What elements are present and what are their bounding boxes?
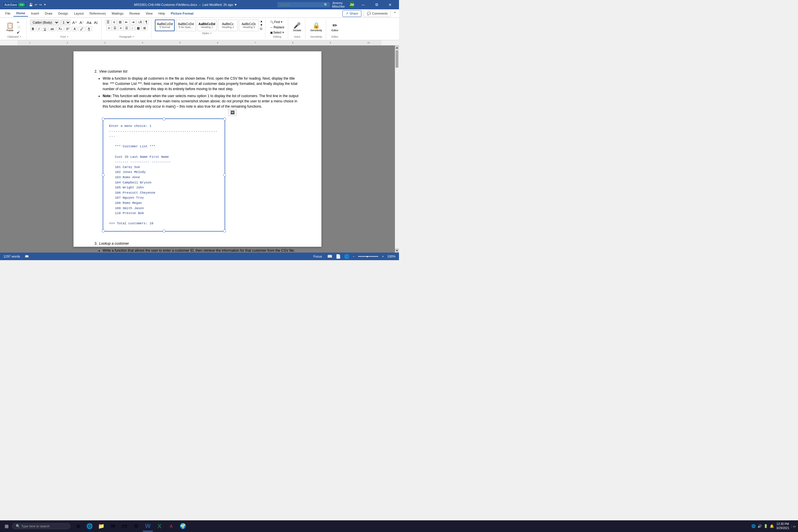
title-bar-right: 🔍 Jeremy Mitschke JM ─ ⧉ ✕ (278, 0, 397, 10)
resize-handle-mr[interactable] (223, 173, 226, 176)
ribbon-group-paragraph: ☰ ≡ ⊞ ⇤ ⇥ ↕A ¶ ≡ ☰ ≡ ☰ ↕ ▦ ⊞ P (103, 19, 151, 39)
scroll-thumb[interactable] (396, 50, 398, 68)
font-color-button[interactable]: A (72, 26, 78, 31)
cut-button[interactable]: ✂ (16, 20, 24, 24)
underline-button[interactable]: U (42, 26, 48, 31)
tab-file[interactable]: File (2, 11, 14, 16)
format-painter-button[interactable]: 🖌 (16, 30, 24, 34)
bold-button[interactable]: B (30, 26, 36, 31)
highlight-button[interactable]: 🖊 (78, 26, 85, 31)
tab-design[interactable]: Design (55, 11, 71, 16)
read-mode-icon[interactable]: 📖 (327, 254, 332, 259)
tab-draw[interactable]: Draw (42, 11, 55, 16)
justify-button[interactable]: ☰ (124, 26, 130, 31)
align-left-button[interactable]: ≡ (107, 26, 111, 31)
redo-icon[interactable]: ↪ (39, 3, 42, 7)
dictate-button[interactable]: 🎤 Dictate (292, 20, 303, 35)
decrease-indent-button[interactable]: ⇤ (124, 20, 130, 25)
subscript-button[interactable]: X₂ (57, 26, 63, 31)
zoom-slider[interactable]: ━━━━●━━━━━ (358, 254, 379, 259)
increase-indent-button[interactable]: ⇥ (130, 20, 136, 25)
restore-button[interactable]: ⧉ (370, 0, 383, 10)
tab-layout[interactable]: Layout (71, 11, 87, 16)
web-layout-icon[interactable]: 🌐 (344, 254, 349, 259)
zoom-in-button[interactable]: + (382, 254, 383, 258)
print-layout-icon[interactable]: 📄 (336, 254, 341, 259)
styles-scroll-up[interactable]: ▲ (260, 20, 263, 23)
modified-chevron[interactable]: ▼ (234, 3, 237, 6)
tab-help[interactable]: Help (155, 11, 168, 16)
font-size-selector[interactable]: 11 (60, 20, 71, 25)
find-button[interactable]: 🔍 Find ▼ (269, 20, 284, 24)
resize-handle-bm[interactable] (163, 230, 165, 232)
customize-icon[interactable]: ▼ (43, 3, 46, 6)
ribbon-collapse-icon[interactable]: ⌃ (393, 11, 397, 16)
undo-icon[interactable]: ↩ (35, 3, 37, 7)
replace-button[interactable]: ↔ Replace (269, 25, 286, 30)
line-spacing-button[interactable]: ↕ (130, 26, 135, 31)
style-heading3[interactable]: AaBbCcDc Heading 3 (239, 20, 259, 31)
resize-handle-bl[interactable] (102, 230, 105, 232)
scroll-down-arrow[interactable]: ▼ (395, 248, 399, 252)
clear-formatting-button[interactable]: A⃝ (93, 20, 99, 25)
tab-review[interactable]: Review (126, 11, 142, 16)
text-color-button[interactable]: A̲ (86, 26, 92, 31)
scroll-up-arrow[interactable]: ▲ (395, 45, 399, 50)
title-search-input[interactable] (278, 2, 330, 7)
save-icon[interactable]: 💾 (29, 3, 33, 7)
superscript-button[interactable]: X² (64, 26, 71, 31)
ribbon-group-font: Calibri (Body) 11 A⁺ A⁻ Aa A⃝ B I U ab X… (28, 19, 101, 39)
font-family-selector[interactable]: Calibri (Body) (30, 20, 59, 25)
multilevel-button[interactable]: ⊞ (117, 20, 123, 25)
bullets-button[interactable]: ☰ (105, 20, 111, 25)
tab-home[interactable]: Home (14, 10, 28, 17)
grow-font-button[interactable]: A⁺ (72, 20, 78, 25)
resize-handle-tr[interactable] (223, 117, 226, 120)
paste-button[interactable]: 📋 Paste (5, 20, 15, 35)
sort-button[interactable]: ↕A (136, 20, 144, 25)
tab-mailings[interactable]: Mailings (109, 11, 126, 16)
shrink-font-button[interactable]: A⁻ (79, 20, 85, 25)
autosave-toggle[interactable]: AutoSave On (2, 2, 27, 7)
align-right-button[interactable]: ≡ (118, 26, 123, 31)
document-scrollbar[interactable]: ▲ ▼ (395, 45, 399, 252)
focus-button[interactable]: Focus (311, 254, 324, 259)
style-heading1[interactable]: AaBbCcDd Heading 1 (197, 20, 217, 31)
comments-button[interactable]: 💬 Comments (364, 10, 391, 17)
tab-references[interactable]: References (87, 11, 109, 16)
copy-button[interactable]: 📄 (16, 25, 24, 30)
sensitivity-button[interactable]: 🔒 Sensitivity (309, 20, 324, 35)
show-formatting-button[interactable]: ¶ (144, 20, 149, 25)
style-no-space[interactable]: AaBbCcDd ¶ No Spac... (176, 20, 196, 31)
code-row-8: 109 Smith Jason (109, 206, 219, 211)
minimize-button[interactable]: ─ (356, 0, 370, 10)
shading-button[interactable]: ▦ (135, 26, 141, 31)
italic-button[interactable]: I (37, 26, 41, 31)
borders-button[interactable]: ⊞ (142, 26, 147, 31)
document-scroll[interactable]: 2. View customer list Write a function t… (0, 45, 395, 252)
code-box-1[interactable]: Enter a menu choice: 1 -----------------… (103, 118, 225, 232)
resize-handle-br[interactable] (223, 230, 226, 232)
tab-insert[interactable]: Insert (28, 11, 42, 16)
align-center-button[interactable]: ☰ (112, 26, 118, 31)
code-row-6: 107 Nguyen Troy (109, 195, 219, 201)
select-button[interactable]: ▣ Select ▼ (269, 30, 286, 35)
resize-handle-ml[interactable] (102, 173, 105, 176)
resize-handle-tl[interactable] (102, 117, 105, 120)
strikethrough-button[interactable]: ab (49, 26, 56, 31)
bullet-item-note: Note: This function will execute when th… (103, 93, 300, 109)
zoom-out-button[interactable]: − (353, 254, 354, 258)
share-button[interactable]: ↗ Share (342, 10, 361, 17)
tab-view[interactable]: View (142, 11, 155, 16)
editor-button[interactable]: ✏ Editor (329, 20, 340, 35)
close-button[interactable]: ✕ (383, 0, 397, 10)
style-normal[interactable]: AaBbCcDd ¶ Normal (155, 20, 175, 31)
styles-expand[interactable]: ⊡ (260, 27, 263, 30)
style-heading2[interactable]: AaBbCc Heading 2 (218, 20, 238, 31)
change-case-button[interactable]: Aa (86, 20, 92, 25)
styles-scroll-down[interactable]: ▼ (260, 23, 263, 26)
image-icon-button[interactable]: 🖼 (228, 109, 237, 116)
tab-picture-format[interactable]: Picture Format (168, 11, 196, 16)
resize-handle-tm[interactable] (163, 117, 165, 120)
numbering-button[interactable]: ≡ (112, 20, 117, 25)
